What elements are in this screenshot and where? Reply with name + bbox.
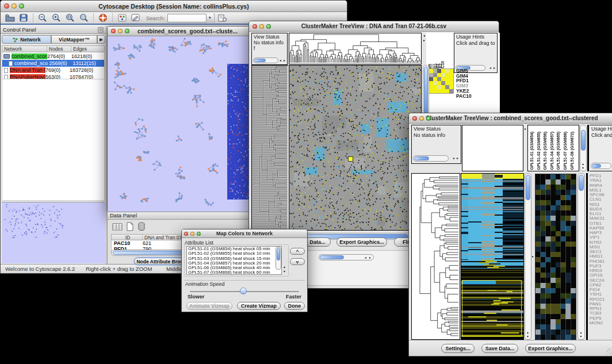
array-column-label[interactable]: GPL51-01 (GSM854): [530, 132, 537, 170]
scrollbar-thumb[interactable]: [592, 164, 601, 168]
scroll-down-arrow-icon[interactable]: ▾: [284, 270, 285, 273]
new-attribute-icon[interactable]: [126, 222, 134, 233]
tv2-heatmap-canvas[interactable]: [461, 174, 523, 339]
scroll-left-arrow-icon[interactable]: ◂: [365, 256, 366, 259]
tv1-row-dendrogram-canvas[interactable]: [252, 66, 288, 230]
scroll-down-arrow-icon[interactable]: ▾: [580, 335, 582, 338]
scroll-right-arrow-icon[interactable]: ▸: [457, 156, 458, 160]
attribute-item[interactable]: GPL51-07 (GSM868) heat shock 60 min: [187, 270, 281, 275]
tv1-save-data-button[interactable]: Data...: [304, 237, 331, 247]
scroll-up-arrow-icon[interactable]: ▴: [582, 162, 584, 166]
zoom-in-icon[interactable]: [51, 13, 62, 23]
zoom-out-icon[interactable]: [37, 13, 48, 23]
close-button[interactable]: [4, 3, 9, 9]
gene-row-label[interactable]: PAC10: [456, 94, 472, 99]
array-column-label[interactable]: GPL51-04 (GSM857): [550, 132, 557, 170]
tv2-labels-scrollbar[interactable]: ▴ ▾: [580, 125, 587, 171]
done-button[interactable]: Done: [284, 302, 305, 310]
tv1-cluster-mini-heatmap[interactable]: [429, 68, 454, 94]
tab-network[interactable]: Network: [2, 35, 51, 44]
network-list-row[interactable]: combined_scores 2764(0) 16218(0): [2, 53, 104, 60]
save-session-icon[interactable]: [18, 13, 29, 23]
close-button[interactable]: [184, 232, 188, 236]
scroll-left-arrow-icon[interactable]: ◂: [453, 156, 454, 160]
treeview2-titlebar[interactable]: ClusterMaker TreeView : combined_scores_…: [409, 113, 612, 124]
attribute-browser-icon[interactable]: [217, 13, 228, 23]
scrollbar-thumb[interactable]: [526, 175, 530, 200]
tab-overflow-arrow[interactable]: ▶: [97, 35, 105, 44]
resize-handle-icon[interactable]: ▸: [532, 255, 534, 258]
scrollbar-thumb[interactable]: [581, 130, 586, 151]
zoom-button[interactable]: [19, 3, 24, 9]
tv1-export-graphics-button[interactable]: Export Graphics...: [336, 237, 387, 247]
scroll-right-arrow-icon[interactable]: ▸: [284, 59, 285, 62]
delete-attribute-icon[interactable]: [137, 222, 146, 233]
close-button[interactable]: [412, 116, 417, 121]
chevron-down-icon[interactable]: ▼: [206, 14, 213, 22]
tv2-row-dendrogram-canvas[interactable]: [412, 174, 460, 339]
dialog-list-scrollbar[interactable]: [276, 247, 281, 270]
resize-grip[interactable]: [607, 348, 612, 355]
scroll-down-arrow-icon[interactable]: ▾: [582, 166, 584, 170]
zoom-button[interactable]: [266, 24, 271, 29]
zoom-selected-icon[interactable]: [78, 13, 90, 23]
col-edges[interactable]: Edges: [71, 46, 104, 52]
scroll-right-arrow-icon[interactable]: ▸: [494, 66, 495, 70]
scroll-left-arrow-icon[interactable]: ◂: [489, 66, 491, 70]
attribute-select-icon[interactable]: [112, 223, 123, 233]
close-button[interactable]: [253, 24, 257, 29]
speed-slider-thumb[interactable]: [240, 288, 247, 294]
search-input[interactable]: [168, 14, 206, 21]
scroll-up-arrow-icon[interactable]: ▴: [284, 265, 285, 269]
scrollbar-thumb[interactable]: [414, 156, 429, 160]
scrollbar-thumb[interactable]: [254, 59, 266, 62]
col-id[interactable]: ID: [112, 235, 143, 240]
help-icon[interactable]: [97, 13, 109, 23]
minimize-button[interactable]: [259, 24, 264, 29]
scroll-up-arrow-icon[interactable]: ▴: [527, 331, 529, 334]
minimize-button[interactable]: [12, 3, 17, 9]
move-down-button[interactable]: v: [290, 258, 305, 265]
scrollbar-thumb[interactable]: [320, 255, 344, 259]
create-vizmap-button[interactable]: Create Vizmap: [237, 302, 281, 310]
tab-vizmapper[interactable]: VizMapper™: [51, 35, 97, 44]
col-nodes[interactable]: Nodes: [47, 46, 71, 52]
scrollbar-thumb[interactable]: [579, 175, 584, 191]
zoom-button[interactable]: [125, 29, 129, 33]
move-up-button[interactable]: ^: [290, 248, 305, 255]
treeview1-titlebar[interactable]: ClusterMaker TreeView : DNA and Tran 07-…: [249, 21, 499, 32]
dialog-attribute-list[interactable]: GPL51-01 (GSM854) heat shock 05 minGPL51…: [186, 246, 282, 275]
open-session-icon[interactable]: [4, 13, 16, 23]
scroll-left-arrow-icon[interactable]: ◂: [280, 59, 281, 62]
network-list-row[interactable]: combined_sco 2569(6) 13112(15): [2, 60, 104, 67]
tv2-settings-button[interactable]: Settings...: [441, 344, 475, 353]
col-network[interactable]: Network: [2, 46, 47, 52]
tv2-zoom-heatmap-canvas[interactable]: [535, 174, 576, 340]
scroll-up-arrow-icon[interactable]: ▴: [580, 331, 582, 334]
array-column-label[interactable]: GPL51-06 (GSM865): [556, 132, 563, 170]
scroll-right-arrow-icon[interactable]: ▸: [369, 256, 371, 259]
vizmapper-icon[interactable]: [116, 13, 128, 23]
minimize-button[interactable]: [190, 232, 194, 236]
network-list-row[interactable]: DNA and Tran 07 769(0) 183728(0): [2, 67, 104, 74]
minimize-button[interactable]: [419, 116, 424, 121]
dialog-titlebar[interactable]: Map Colors to Network: [182, 229, 307, 238]
zoom-button[interactable]: [197, 232, 201, 236]
array-column-label[interactable]: GPL51-03 (GSM856): [543, 132, 550, 170]
array-column-label[interactable]: GPL51-07 (GSM868): [563, 132, 570, 170]
array-column-label[interactable]: GPL51-02 (GSM855): [537, 132, 544, 170]
minimize-button[interactable]: [118, 29, 123, 33]
zoom-fit-icon[interactable]: [64, 13, 76, 23]
annotation-icon[interactable]: [130, 13, 141, 23]
float-panel-icon[interactable]: [98, 27, 104, 34]
gene-label[interactable]: MON2: [590, 321, 612, 325]
tv2-export-graphics-button[interactable]: Export Graphics...: [525, 344, 576, 353]
tv2-vertical-scrollbar[interactable]: ▴ ▾: [525, 173, 531, 340]
network-overview-canvas[interactable]: [2, 202, 105, 263]
tv1-status-scrollbar[interactable]: [253, 58, 278, 63]
tv1-column-dendrogram-canvas[interactable]: [289, 33, 421, 64]
tv2-zoom-scrollbar[interactable]: ▴ ▾: [577, 173, 585, 340]
tv2-hints-scrollbar[interactable]: [591, 163, 611, 169]
tv2-column-tree-box[interactable]: [462, 125, 523, 171]
scrollbar-thumb[interactable]: [424, 67, 428, 116]
